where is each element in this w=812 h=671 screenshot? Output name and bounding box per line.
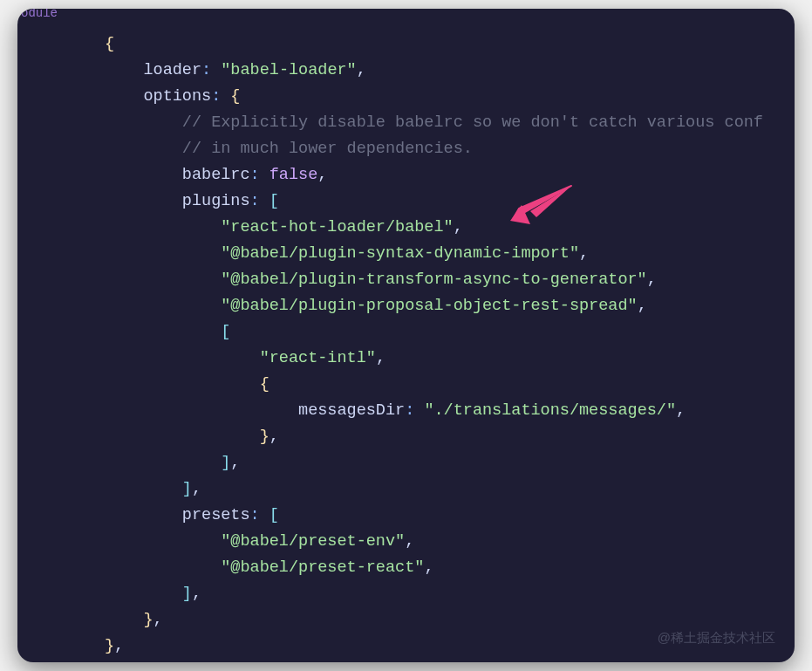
k-options: options <box>143 87 211 106</box>
comment-1: // Explicitly disable babelrc so we don'… <box>182 113 763 132</box>
preset-1: "@babel/preset-env" <box>221 532 405 551</box>
plugin-2: "@babel/plugin-syntax-dynamic-import" <box>221 244 579 263</box>
plugin-3: "@babel/plugin-transform-async-to-genera… <box>221 270 646 289</box>
k-plugins: plugins <box>182 192 250 210</box>
k-msgdir: messagesDir <box>298 401 405 420</box>
v-msgdir: "./translations/messages/" <box>424 401 676 420</box>
comment-2: // in much lower dependencies. <box>182 140 473 158</box>
k-babelrc: babelrc <box>182 166 250 184</box>
code-screenshot-frame: odule { loader: "babel-loader", options:… <box>17 9 795 662</box>
v-babelrc: false <box>270 166 318 184</box>
v-loader: "babel-loader" <box>221 61 356 79</box>
watermark-text: @稀土掘金技术社区 <box>658 630 775 647</box>
k-loader: loader <box>143 61 201 79</box>
k-presets: presets <box>182 506 250 524</box>
plugin-1: "react-hot-loader/babel" <box>221 218 453 236</box>
cutoff-text: odule <box>17 9 58 20</box>
preset-2: "@babel/preset-react" <box>221 558 424 577</box>
plugin-4: "@babel/plugin-proposal-object-rest-spre… <box>221 297 637 315</box>
code-block: { loader: "babel-loader", options: { // … <box>17 31 795 662</box>
subplugin: "react-intl" <box>260 349 376 367</box>
